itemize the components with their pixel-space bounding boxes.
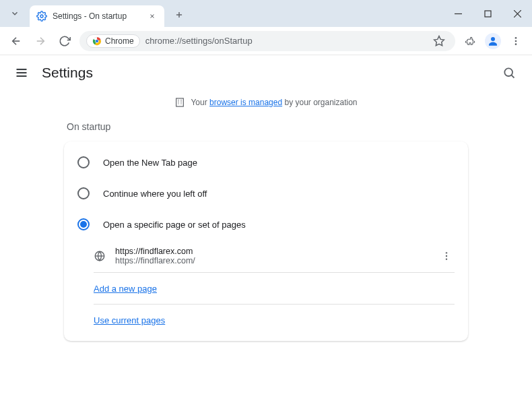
window-controls [443,0,532,27]
add-page-row: Add a new page [64,273,468,304]
svg-point-19 [515,43,517,45]
svg-rect-25 [176,98,184,106]
search-settings-button[interactable] [500,63,519,82]
svg-point-34 [446,252,447,253]
managed-text: Your browser is managed by your organiza… [191,98,357,107]
svg-point-17 [515,37,517,39]
settings-menu-button[interactable] [13,65,30,81]
minimize-button[interactable] [443,0,473,27]
bookmark-star-icon[interactable] [430,32,448,51]
svg-point-16 [491,37,495,41]
extensions-button[interactable] [461,32,479,51]
svg-point-36 [446,258,447,259]
page-menu-button[interactable] [438,248,455,264]
svg-point-0 [40,15,43,18]
profile-avatar[interactable] [485,33,501,49]
svg-point-23 [504,68,512,76]
svg-line-24 [511,75,514,77]
radio-option-continue[interactable]: Continue where you left off [64,178,468,209]
settings-content: Your browser is managed by your organiza… [0,90,532,354]
reload-button[interactable] [55,32,74,51]
managed-banner: Your browser is managed by your organiza… [0,90,532,121]
browser-toolbar: Chrome chrome://settings/onStartup [0,27,532,55]
tab-title: Settings - On startup [53,11,147,21]
startup-page-url: https://findflarex.com/ [115,256,429,265]
svg-point-35 [446,255,447,257]
startup-card: Open the New Tab page Continue where you… [64,141,468,341]
radio-icon [77,156,90,168]
settings-header: Settings [0,55,532,90]
tab-strip: Settings - On startup [0,0,532,27]
radio-label: Continue where you left off [103,189,207,199]
maximize-button[interactable] [473,0,502,27]
radio-icon [77,187,90,199]
globe-icon [94,250,106,262]
tab-favicon-icon [36,11,47,22]
back-button[interactable] [7,32,26,51]
tab-search-button[interactable] [5,4,24,23]
radio-label: Open the New Tab page [103,158,197,168]
close-window-button[interactable] [502,0,532,27]
chrome-chip-label: Chrome [105,36,134,46]
page-title: Settings [42,65,93,81]
svg-rect-6 [485,11,491,17]
svg-point-18 [515,40,517,42]
managed-link[interactable]: browser is managed [209,98,282,107]
url-text: chrome://settings/onStartup [145,36,253,46]
radio-label: Open a specific page or set of pages [103,220,246,230]
startup-page-row: https://findflarex.com https://findflare… [64,240,468,272]
forward-button[interactable] [31,32,50,51]
svg-point-14 [96,39,98,42]
section-label: On startup [64,121,468,141]
building-icon [174,97,185,108]
tab-close-button[interactable] [147,11,158,22]
use-current-link[interactable]: Use current pages [94,315,165,325]
add-page-link[interactable]: Add a new page [94,284,157,294]
radio-option-new-tab[interactable]: Open the New Tab page [64,147,468,178]
new-tab-button[interactable] [170,5,189,24]
startup-page-title: https://findflarex.com [115,247,429,256]
browser-tab[interactable]: Settings - On startup [30,5,164,27]
radio-option-specific[interactable]: Open a specific page or set of pages [64,209,468,240]
address-bar[interactable]: Chrome chrome://settings/onStartup [79,31,455,51]
chrome-origin-chip: Chrome [86,34,140,48]
radio-icon [77,218,90,230]
chrome-menu-button[interactable] [506,32,525,51]
svg-marker-15 [434,36,444,45]
use-current-row: Use current pages [64,305,468,336]
